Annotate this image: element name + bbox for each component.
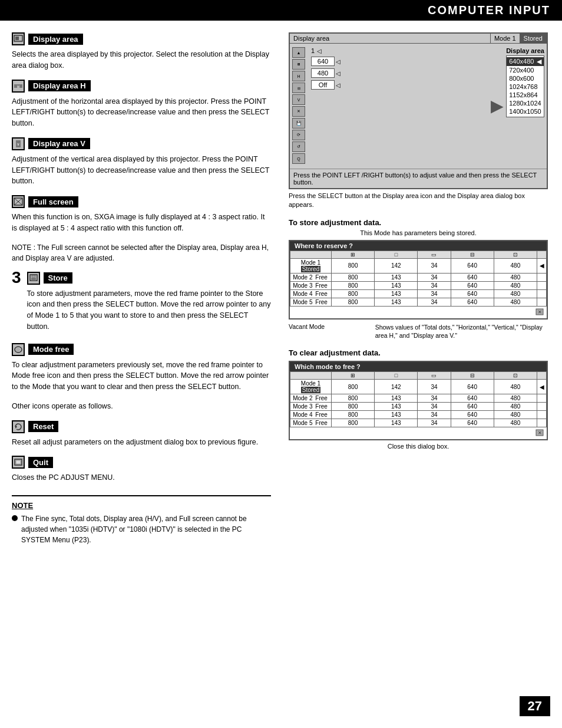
display-area-v-text: Adjustment of the vertical area displaye… (12, 154, 271, 187)
display-area-diagram-section: Display area Mode 1 Stored ▲ 🖥 H ⊞ V ✕ 💾 (289, 32, 548, 210)
store-row-1-empty (537, 273, 547, 281)
store-section-title: To store adjustment data. (289, 218, 548, 227)
da-cursor-icon: ◁ (317, 48, 322, 54)
da-icon-v[interactable]: V (292, 94, 305, 105)
bottom-note-section: NOTE The Fine sync, Total dots, Display … (12, 495, 271, 545)
clear-mode-2: Mode 3 Free (290, 403, 332, 411)
bottom-note-bullet: The Fine sync, Total dots, Display area … (12, 513, 271, 545)
cth-icon5: ⊡ (494, 372, 537, 380)
da-off-row: Off ◁ (311, 80, 487, 90)
da-top-bar: Display area Mode 1 Stored (290, 34, 547, 44)
da-num-label: 1 (311, 47, 315, 54)
reset-text: Reset all adjust parameters on the adjus… (12, 437, 271, 448)
other-icons-text: Other icons operate as follows. (12, 401, 271, 412)
da-v-row: 480 ◁ (311, 68, 487, 78)
da-values-area: 1 ◁ 640 ◁ 480 ◁ (311, 47, 487, 165)
cth-empty (290, 372, 332, 380)
clear-table-row-1: Mode 2 Free 800 143 34 640 480 (290, 394, 547, 403)
store-sub-title: This Mode has parameters being stored. (289, 229, 548, 236)
which-mode-title: Which mode to free ? (290, 362, 547, 371)
where-reserve-title: Where to reserve ? (290, 241, 547, 251)
clear-row-4-empty (537, 419, 547, 427)
svg-rect-11 (32, 275, 35, 277)
full-screen-note: NOTE : The Full screen cannot be selecte… (12, 242, 271, 263)
clear-row-1-empty (537, 394, 547, 403)
mode-free-icon (12, 343, 25, 356)
cth-icon1: ⊞ (332, 372, 375, 380)
store-table-row-1: Mode 2 Free 800 143 34 640 480 (290, 273, 547, 281)
th-icon5: ⊡ (494, 251, 537, 258)
bottom-note-text: The Fine sync, Total dots, Display area … (21, 513, 271, 545)
store-row-2-empty (537, 281, 547, 289)
da-res-item-2: 800x600 (507, 74, 544, 83)
reset-icon (12, 420, 25, 433)
da-icon-store[interactable]: 💾 (292, 118, 305, 129)
da-icon-quit[interactable]: Q (292, 153, 305, 164)
cth-icon3: ▭ (418, 372, 451, 380)
store-mode-2: Mode 3 Free (290, 281, 332, 289)
store-table-row-3: Mode 4 Free 800 143 34 640 480 (290, 289, 547, 298)
right-column: Display area Mode 1 Stored ▲ 🖥 H ⊞ V ✕ 💾 (283, 32, 548, 545)
da-icon-reset[interactable]: ↺ (292, 141, 305, 152)
store-close-icon: ✕ (290, 307, 547, 318)
full-screen-text1: When this function is on, SXGA image is … (12, 212, 271, 234)
table-header-row: ⊞ □ ▭ ⊟ ⊡ (290, 251, 547, 258)
cth-icon4: ⊟ (451, 372, 494, 380)
da-mode-cell: Mode 1 (491, 34, 520, 43)
th-empty (290, 251, 332, 258)
da-res-text-5: 1280x1024 (509, 100, 541, 107)
da-res-text-2: 800x600 (509, 75, 534, 82)
svg-rect-10 (31, 278, 36, 281)
da-icon-free[interactable]: ⟳ (292, 130, 305, 140)
cth-icon2: □ (375, 372, 418, 380)
page-header: COMPUTER INPUT (0, 0, 562, 21)
da-v-arrow: ◁ (336, 70, 340, 77)
da-h-row: 640 ◁ (311, 57, 487, 66)
da-res-item-1: 720x400 (507, 66, 544, 74)
da-res-text-1: 720x400 (509, 67, 534, 74)
da-off-arrow: ◁ (336, 82, 340, 88)
clear-row-3-empty (537, 411, 547, 419)
clear-mode-4: Mode 5 Free (290, 419, 332, 427)
da-res-item-4: 1152x864 (507, 91, 544, 99)
da-resolution-area: Display area 640x480 ◀ 720x400 800x600 (506, 47, 544, 165)
close-dialog-label: Close this dialog box. (289, 443, 548, 450)
display-area-h-section-header: H Display area H (12, 80, 271, 93)
da-icon-h[interactable]: H (292, 71, 305, 81)
svg-rect-1 (15, 37, 19, 40)
store-step-row: 3 Store To store adjustment parameters, … (12, 272, 271, 341)
da-icon-up[interactable]: ▲ (292, 47, 305, 58)
store-footnote: Vacant Mode Shows values of "Total dots,… (289, 323, 548, 340)
display-area-text: Selects the area displayed by this proje… (12, 49, 271, 71)
clear-table-row-4: Mode 5 Free 800 143 34 640 480 (290, 419, 547, 427)
mode-free-text: To clear adjustment parameters previousl… (12, 360, 271, 393)
bullet-icon (12, 515, 18, 521)
store-label: Store (44, 272, 72, 284)
cth-arrow-col (537, 372, 547, 380)
display-area-h-icon: H (12, 80, 25, 93)
full-screen-icon (12, 195, 25, 208)
store-row-4-empty (537, 298, 547, 306)
th-icon1: ⊞ (332, 251, 375, 258)
da-h-arrow: ◁ (336, 58, 340, 65)
th-icon4: ⊟ (451, 251, 494, 258)
where-reserve-dialog: Where to reserve ? ⊞ □ ▭ ⊟ ⊡ Mode 1 (289, 240, 548, 319)
store-data-section: To store adjustment data. This Mode has … (289, 218, 548, 340)
da-icon-x[interactable]: ✕ (292, 106, 305, 117)
da-v-value: 480 (311, 68, 335, 78)
da-res-text-0: 640x480 (509, 58, 534, 65)
da-value-row-1: 1 ◁ (311, 47, 487, 54)
clear-row-2-empty (537, 403, 547, 411)
da-icon-display[interactable]: 🖥 (292, 59, 305, 70)
da-icon-grid[interactable]: ⊞ (292, 83, 305, 93)
mode-free-label: Mode free (28, 344, 74, 355)
th-icon2: □ (375, 251, 418, 258)
da-res-text-6: 1400x1050 (509, 108, 541, 115)
clear-section-title: To clear adjustment data. (289, 348, 548, 357)
display-area-section-header: Display area (12, 32, 271, 45)
clear-header-row: ⊞ □ ▭ ⊟ ⊡ (290, 372, 547, 380)
da-off-value: Off (311, 80, 335, 90)
clear-data-section: To clear adjustment data. Which mode to … (289, 348, 548, 450)
da-h-value: 640 (311, 57, 335, 66)
clear-table-row-3: Mode 4 Free 800 143 34 640 480 (290, 411, 547, 419)
